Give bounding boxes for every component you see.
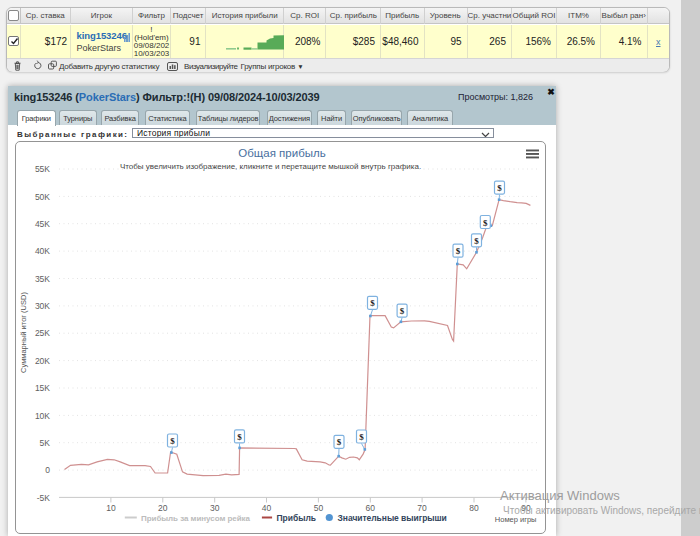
svg-text:$: $	[455, 246, 460, 256]
svg-text:$: $	[237, 432, 242, 442]
svg-text:10K: 10K	[34, 411, 49, 421]
svg-text:5K: 5K	[39, 438, 50, 448]
svg-text:15K: 15K	[34, 383, 49, 393]
svg-text:-5K: -5K	[36, 493, 50, 503]
svg-text:10: 10	[106, 503, 116, 513]
svg-text:0: 0	[45, 465, 50, 475]
svg-text:$: $	[170, 436, 175, 446]
svg-text:Суммарный итог (USD): Суммарный итог (USD)	[19, 292, 28, 373]
svg-text:50: 50	[313, 503, 323, 513]
svg-text:50K: 50K	[34, 192, 49, 202]
svg-text:Значительные выигрыши: Значительные выигрыши	[337, 513, 446, 523]
svg-text:$: $	[497, 183, 502, 193]
svg-text:Прибыль: Прибыль	[276, 513, 316, 523]
svg-text:20: 20	[158, 503, 168, 513]
svg-text:55K: 55K	[34, 164, 49, 174]
svg-text:$: $	[359, 432, 364, 442]
svg-text:30: 30	[209, 503, 219, 513]
svg-text:60: 60	[365, 503, 375, 513]
svg-text:40: 40	[261, 503, 271, 513]
svg-text:35K: 35K	[34, 274, 49, 284]
svg-text:Прибыль за минусом рейка: Прибыль за минусом рейка	[141, 514, 250, 523]
svg-text:80: 80	[469, 503, 479, 513]
svg-text:40K: 40K	[34, 246, 49, 256]
svg-text:30K: 30K	[34, 301, 49, 311]
svg-text:$: $	[483, 218, 488, 228]
svg-text:$: $	[336, 437, 341, 447]
svg-text:Общая прибыль: Общая прибыль	[238, 147, 325, 159]
svg-text:25K: 25K	[34, 328, 49, 338]
svg-text:45K: 45K	[34, 219, 49, 229]
svg-text:$: $	[474, 236, 479, 246]
svg-text:20K: 20K	[34, 356, 49, 366]
svg-text:$: $	[370, 298, 375, 308]
svg-text:$: $	[399, 306, 404, 316]
svg-text:70: 70	[417, 503, 427, 513]
